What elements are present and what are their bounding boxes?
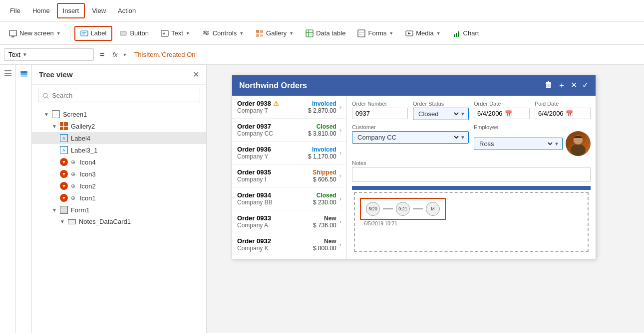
forms-button[interactable]: Forms ▼ [352,27,398,40]
svg-rect-25 [456,33,457,37]
order-status-select[interactable]: Closed [416,110,460,118]
tree-item-notes-datacard1[interactable]: ▼ Notes_DataCard1 [32,216,206,227]
controls-label: Controls [213,29,237,37]
button-tool-button[interactable]: Button [114,27,154,40]
menu-home[interactable]: Home [27,4,55,17]
gallery-item-0933-order: Order 0933 [237,214,313,222]
order-date-value[interactable]: 6/4/2006 📅 [474,108,530,119]
gallery-item-0933-amount: $ 736.00 [313,222,336,229]
timeline-connector-1 [383,208,393,209]
tree-items: ▼ Screen1 ▼ Gallery2 A Label4 A Label3_1 [32,106,206,333]
icon2-move: ⊕ [69,182,77,190]
gallery-item-0934[interactable]: Order 0934 Company BB Closed $ 230.00 › [232,187,346,210]
layers-icon[interactable] [19,69,28,79]
media-label: Media [416,29,433,37]
detail-row-2: Customer Company CC ▼ Employee [352,124,591,156]
gallery-item-0938-status: Invoiced [308,100,336,107]
employee-select-wrapper[interactable]: Ross ▼ [474,138,563,150]
data-table-label: Data table [316,29,345,37]
paid-date-value[interactable]: 6/4/2006 📅 [535,108,591,119]
order-number-field: Order Number 0937 [352,101,408,120]
tree-item-label3-1[interactable]: A Label3_1 [32,144,206,156]
timeline-selected-box: 5/20 0:21 M [360,198,446,220]
svg-rect-16 [260,34,263,37]
formula-bar: Text ▼ = fx ▼ ThisItem.'Created On' [0,45,644,65]
gallery-item-0935[interactable]: Order 0935 Company I Shipped $ 606.50 › [232,165,346,187]
tree-item-screen1[interactable]: ▼ Screen1 [32,108,206,120]
close-icon[interactable]: ✕ [571,80,577,91]
order-date-field: Order Date 6/4/2006 📅 [474,101,530,120]
gallery-item-0932-right: New $ 800.00 [313,238,336,252]
svg-rect-13 [256,30,259,33]
check-icon[interactable]: ✓ [582,80,589,91]
customer-select-wrapper[interactable]: Company CC ▼ [352,131,469,144]
label-button[interactable]: Label [74,26,113,41]
icon1-move: ⊕ [69,194,77,202]
paid-date-label: Paid Date [535,101,591,107]
text-tool-button[interactable]: A Text ▼ [156,27,195,40]
order-status-chevron: ▼ [460,111,465,117]
tree-item-label4[interactable]: A Label4 [32,132,206,144]
order-status-select-wrapper[interactable]: Closed ▼ [413,108,469,120]
tree-item-icon2[interactable]: ♥ ⊕ Icon2 [32,180,206,192]
media-button[interactable]: Media ▼ [400,27,445,40]
formula-dropdown[interactable]: Text ▼ [4,48,94,61]
svg-point-36 [571,144,586,156]
gallery-item-0937-right: Closed $ 3,810.00 [308,123,336,137]
controls-icon [202,29,210,37]
tree-item-gallery2[interactable]: ▼ Gallery2 [32,120,206,132]
app-header-icons: 🗑 ＋ ✕ ✓ [545,80,589,91]
gallery-item-0933[interactable]: Order 0933 Company A New $ 736.00 › [232,210,346,233]
gallery-item-0934-right: Closed $ 230.00 [313,192,336,206]
formula-content[interactable]: ThisItem.'Created On' [130,49,640,60]
new-screen-chevron: ▼ [56,31,61,36]
menu-action[interactable]: Action [113,4,141,17]
search-input[interactable] [52,92,196,99]
customer-select[interactable]: Company CC [355,133,460,142]
canvas-area: Northwind Orders 🗑 ＋ ✕ ✓ Order 09 [207,65,644,333]
tree-close-button[interactable]: ✕ [193,70,199,79]
form1-label: Form1 [71,206,90,214]
tree-item-form1[interactable]: ▼ Form1 [32,204,206,216]
gallery-item-0935-amount: $ 606.50 [313,176,336,183]
data-table-button[interactable]: Data table [301,27,350,40]
menu-insert[interactable]: Insert [57,3,85,18]
gallery-item-0935-left: Order 0935 Company I [237,168,313,183]
tree-item-icon1[interactable]: ♥ ⊕ Icon1 [32,192,206,204]
chart-button[interactable]: Chart [448,27,484,40]
order-number-label: Order Number [352,101,408,107]
svg-rect-3 [81,31,88,36]
tree-item-icon4[interactable]: ♥ ⊕ Icon4 [32,156,206,168]
gallery-arrow-0934: › [339,195,341,202]
gallery-item-0937[interactable]: Order 0937 Company CC Closed $ 3,810.00 … [232,119,346,142]
text-tool-label: Text [171,29,183,37]
gallery2-label: Gallery2 [71,123,95,130]
employee-avatar [566,131,591,156]
gallery-item-0935-company: Company I [237,176,313,183]
new-screen-button[interactable]: New screen ▼ [4,27,66,40]
gallery-item-0936[interactable]: Order 0936 Company Y Invoiced $ 1,170.00… [232,142,346,165]
gallery-item-0932[interactable]: Order 0932 Company K New $ 800.00 › [232,233,346,256]
formula-eq-symbol: = [97,50,107,59]
tree-search-container [38,89,200,102]
menu-file[interactable]: File [5,4,25,17]
notes-input[interactable] [352,167,591,182]
menu-view[interactable]: View [87,4,111,17]
employee-row: Ross ▼ [474,131,591,156]
icon4-label: Icon4 [80,159,96,166]
tree-item-icon3[interactable]: ♥ ⊕ Icon3 [32,168,206,180]
employee-chevron: ▼ [554,141,559,147]
trash-icon[interactable]: 🗑 [545,80,553,91]
employee-select[interactable]: Ross [477,140,554,148]
app-title: Northwind Orders [239,81,307,90]
customer-field: Customer Company CC ▼ [352,124,469,156]
tree-title: Tree view [39,70,73,79]
gallery-item-0938[interactable]: Order 0938 ⚠ Company T Invoiced $ 2,870.… [232,96,346,119]
timeline-node-1: 5/20 [366,202,380,216]
sidebar-toggle[interactable] [0,65,16,333]
plus-icon[interactable]: ＋ [558,80,566,91]
button-tool-label: Button [130,29,149,37]
gallery-button[interactable]: Gallery ▼ [251,27,299,40]
icon4-icons: ♥ ⊕ [60,158,77,166]
controls-button[interactable]: Controls ▼ [197,27,249,40]
